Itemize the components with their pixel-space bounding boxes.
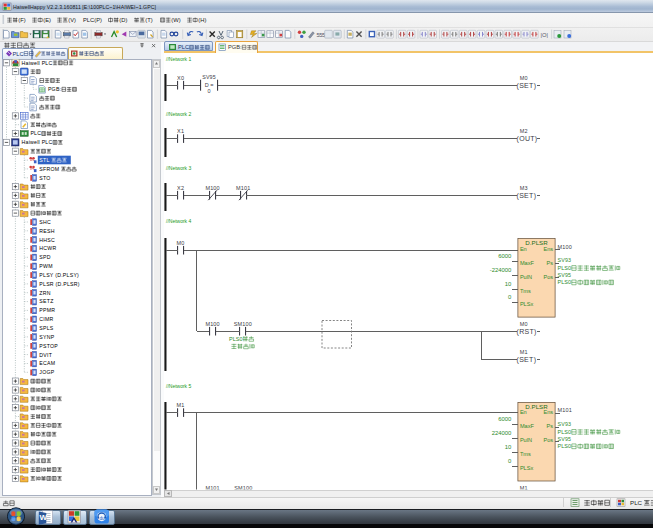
svg-text:DVIT: DVIT <box>39 352 52 358</box>
svg-text:ZRN: ZRN <box>39 290 50 296</box>
svg-text:SHC: SHC <box>39 219 51 225</box>
svg-text:PLC: PLC <box>13 51 24 57</box>
svg-text:X2: X2 <box>177 185 184 191</box>
svg-text:PLC(P): PLC(P) <box>83 17 102 23</box>
svg-text:PLS0: PLS0 <box>558 265 571 271</box>
svg-text:224000: 224000 <box>492 430 512 436</box>
svg-text:SM100: SM100 <box>234 485 252 491</box>
svg-text:SV93: SV93 <box>558 257 572 263</box>
svg-text:HaiwellHappy V2.2.3.160811 [E:: HaiwellHappy V2.2.3.160811 [E:\100PLC~1\… <box>13 4 156 10</box>
svg-text:PulN: PulN <box>520 274 532 280</box>
svg-text://Network 5: //Network 5 <box>166 383 192 389</box>
svg-text:MaxF: MaxF <box>520 260 535 266</box>
svg-text:(F): (F) <box>18 17 25 23</box>
svg-text:(V): (V) <box>68 17 76 23</box>
svg-text:Pos: Pos <box>543 274 553 280</box>
svg-text:M100: M100 <box>205 185 219 191</box>
svg-text:JOGP: JOGP <box>39 369 54 375</box>
svg-text:En: En <box>520 409 527 415</box>
svg-text:PLC: PLC <box>30 130 41 136</box>
svg-text:M1: M1 <box>520 485 528 491</box>
svg-text:PLC: PLC <box>178 44 189 50</box>
svg-text:M2: M2 <box>520 128 528 134</box>
svg-text:M100: M100 <box>205 321 219 327</box>
svg-text:Ps: Ps <box>547 423 554 429</box>
svg-text:Ens: Ens <box>543 409 553 415</box>
svg-text:M1: M1 <box>177 402 185 408</box>
svg-text:(RST): (RST) <box>517 328 537 336</box>
svg-text:6000: 6000 <box>498 416 512 422</box>
svg-text:SPD: SPD <box>39 254 50 260</box>
svg-text:du: du <box>99 516 105 521</box>
svg-text:Haiwell PLC: Haiwell PLC <box>22 139 53 145</box>
svg-text:SPLS: SPLS <box>39 325 54 331</box>
svg-text:PGB:: PGB: <box>48 86 61 92</box>
svg-text:STL: STL <box>39 157 49 163</box>
svg-text:PGB:: PGB: <box>228 44 242 50</box>
svg-text:Pos: Pos <box>543 437 553 443</box>
svg-text:SYNP: SYNP <box>39 334 54 340</box>
svg-text:M1: M1 <box>520 349 528 355</box>
svg-text:10: 10 <box>505 281 512 287</box>
svg-text:PLSx: PLSx <box>520 465 534 471</box>
svg-text://Network 2: //Network 2 <box>166 111 192 117</box>
svg-text:PLS0: PLS0 <box>558 443 571 449</box>
svg-text:PWM: PWM <box>39 263 52 269</box>
svg-text:(SET): (SET) <box>517 192 537 200</box>
svg-text:X0: X0 <box>177 75 184 81</box>
svg-text:(T): (T) <box>145 17 152 23</box>
svg-text:MaxF: MaxF <box>520 423 535 429</box>
svg-text:10: 10 <box>505 444 512 450</box>
svg-text:Ps: Ps <box>547 260 554 266</box>
svg-text:HCWR: HCWR <box>39 245 56 251</box>
svg-text:En: En <box>520 246 527 252</box>
svg-text:M0: M0 <box>520 75 528 81</box>
svg-text:0: 0 <box>508 294 512 300</box>
svg-text:M0: M0 <box>520 321 528 327</box>
svg-text:PLSY (D.PLSY): PLSY (D.PLSY) <box>39 272 79 278</box>
svg-text://Network 1: //Network 1 <box>166 56 192 62</box>
svg-text:0: 0 <box>508 458 512 464</box>
svg-text:0: 0 <box>207 88 210 94</box>
svg-text:STO: STO <box>39 175 50 181</box>
svg-text:PLC: PLC <box>630 499 643 506</box>
svg-text:PLSx: PLSx <box>520 301 534 307</box>
svg-text:555: 555 <box>317 32 326 38</box>
svg-text:(W): (W) <box>171 17 180 23</box>
svg-text:|O|: |O| <box>541 32 549 38</box>
svg-text:RESH: RESH <box>39 228 54 234</box>
svg-text:-224000: -224000 <box>490 267 512 273</box>
svg-text:M101: M101 <box>558 407 572 413</box>
svg-text:6000: 6000 <box>498 253 512 259</box>
svg-text:SV95: SV95 <box>202 74 216 80</box>
svg-text:W: W <box>40 513 48 522</box>
svg-text:Haiwell PLC: Haiwell PLC <box>22 60 53 66</box>
svg-text:PPMR: PPMR <box>39 307 55 313</box>
svg-text:(H): (H) <box>198 17 206 23</box>
svg-text:M100: M100 <box>558 244 572 250</box>
svg-text:SV93: SV93 <box>558 421 572 427</box>
svg-text:(OUT): (OUT) <box>517 135 538 143</box>
svg-text://Network 3: //Network 3 <box>166 165 192 171</box>
svg-text:X1: X1 <box>177 128 184 134</box>
svg-text:PLS0: PLS0 <box>558 279 571 285</box>
svg-text:M3: M3 <box>520 185 528 191</box>
svg-text:D =: D = <box>205 82 214 88</box>
svg-text:PLS0: PLS0 <box>558 429 571 435</box>
svg-text:Tms: Tms <box>520 288 531 294</box>
svg-text:SV95: SV95 <box>558 272 572 278</box>
svg-text:SV95: SV95 <box>558 436 572 442</box>
svg-text:PulN: PulN <box>520 437 532 443</box>
svg-text:Ens: Ens <box>543 246 553 252</box>
svg-text:PLSR (D.PLSR): PLSR (D.PLSR) <box>39 281 79 287</box>
svg-text:SM100: SM100 <box>234 321 252 327</box>
svg-text:PSTOP: PSTOP <box>39 343 58 349</box>
svg-text://Network 4: //Network 4 <box>166 218 192 224</box>
svg-text:SFROM: SFROM <box>39 166 59 172</box>
svg-text:(SET): (SET) <box>517 82 537 90</box>
svg-text:M0: M0 <box>177 240 185 246</box>
svg-text:(E): (E) <box>43 17 51 23</box>
svg-text:CIMR: CIMR <box>39 316 53 322</box>
svg-text:(SET): (SET) <box>517 356 537 364</box>
svg-text:HHSC: HHSC <box>39 237 55 243</box>
